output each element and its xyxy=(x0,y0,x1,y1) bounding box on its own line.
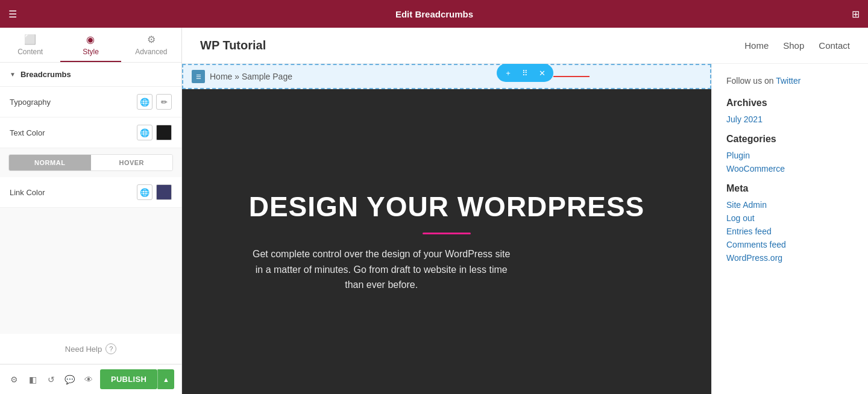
breadcrumb-text: Home » Sample Page xyxy=(210,72,292,81)
category-plugin-link[interactable]: Plugin xyxy=(726,151,854,160)
hero-divider xyxy=(423,233,471,234)
categories-title: Categories xyxy=(726,134,854,145)
hamburger-icon[interactable]: ☰ xyxy=(8,8,17,20)
canvas-area: WP Tutorial Home Shop Contact + ⠿ ✕ ☰ Ho… xyxy=(182,28,868,394)
link-color-controls: 🌐 xyxy=(137,184,172,200)
left-panel: ⬜ Content ◉ Style ⚙ Advanced ▼ Breadcrum… xyxy=(0,28,182,394)
publish-arrow-button[interactable]: ▲ xyxy=(157,369,174,389)
widget-toolbar: + ⠿ ✕ xyxy=(497,64,553,82)
text-color-controls: 🌐 xyxy=(137,125,172,140)
text-color-row: Text Color 🌐 xyxy=(0,117,181,148)
widget-add-btn[interactable]: + xyxy=(502,66,515,80)
typography-controls: 🌐 ✏ xyxy=(137,94,172,110)
publish-group: PUBLISH ▲ xyxy=(100,369,174,389)
text-color-global-btn[interactable]: 🌐 xyxy=(137,125,153,140)
nav-home[interactable]: Home xyxy=(744,40,769,51)
meta-log-out-link[interactable]: Log out xyxy=(726,213,854,223)
link-color-label: Link Color xyxy=(10,188,45,197)
link-color-row: Link Color 🌐 xyxy=(0,177,181,208)
advanced-tab-icon: ⚙ xyxy=(147,34,156,45)
settings-icon[interactable]: ⚙ xyxy=(7,371,21,388)
style-tab-icon: ◉ xyxy=(86,34,95,45)
meta-entries-feed-link[interactable]: Entries feed xyxy=(726,227,854,236)
content-tab-icon: ⬜ xyxy=(24,34,36,45)
breadcrumb-arrow-indicator xyxy=(547,73,590,80)
hero-description: Get complete control over the design of … xyxy=(249,246,514,293)
help-icon: ? xyxy=(105,343,116,354)
breadcrumbs-section-header[interactable]: ▼ Breadcrumbs xyxy=(0,63,181,87)
hero-title: DESIGN YOUR WORDPRESS xyxy=(249,190,645,223)
link-color-swatch[interactable] xyxy=(156,184,172,200)
section-title: Breadcrumbs xyxy=(20,70,71,79)
category-woocommerce-link[interactable]: WooCommerce xyxy=(726,164,854,174)
tab-advanced-label: Advanced xyxy=(135,48,167,56)
publish-button[interactable]: PUBLISH xyxy=(100,369,157,389)
follow-text: Follow us on xyxy=(726,76,774,86)
editor-title: Edit Breadcrumbs xyxy=(17,9,852,19)
main-content-area: ☰ Home » Sample Page DESIGN YOUR WORDPRE… xyxy=(182,64,711,394)
hover-toggle[interactable]: HOVER xyxy=(91,155,173,170)
site-header: WP Tutorial Home Shop Contact xyxy=(182,28,868,64)
main-layout: ⬜ Content ◉ Style ⚙ Advanced ▼ Breadcrum… xyxy=(0,28,868,394)
archives-title: Archives xyxy=(726,98,854,108)
hero-section: DESIGN YOUR WORDPRESS Get complete contr… xyxy=(182,89,711,394)
text-color-label: Text Color xyxy=(10,128,45,137)
site-nav: Home Shop Contact xyxy=(744,40,850,51)
typography-edit-btn[interactable]: ✏ xyxy=(156,94,172,110)
normal-toggle[interactable]: NORMAL xyxy=(9,155,91,170)
nav-shop[interactable]: Shop xyxy=(783,40,804,51)
tab-style-label: Style xyxy=(83,48,99,56)
history-icon[interactable]: ↺ xyxy=(45,371,58,388)
eye-icon[interactable]: 👁 xyxy=(81,371,95,388)
archives-july-2021-link[interactable]: July 2021 xyxy=(726,114,854,124)
arrow-line xyxy=(553,76,590,77)
tab-advanced[interactable]: ⚙ Advanced xyxy=(121,28,181,62)
meta-title: Meta xyxy=(726,183,854,194)
meta-wordpress-org-link[interactable]: WordPress.org xyxy=(726,253,854,263)
link-color-global-btn[interactable]: 🌐 xyxy=(137,184,153,200)
site-title: WP Tutorial xyxy=(200,39,266,52)
typography-label: Typography xyxy=(10,98,51,107)
top-bar: ☰ Edit Breadcrumbs ⊞ xyxy=(0,0,868,28)
tab-style[interactable]: ◉ Style xyxy=(60,28,121,62)
comments-icon[interactable]: 💬 xyxy=(63,371,77,388)
tab-content-label: Content xyxy=(17,48,43,56)
need-help-label: Need Help xyxy=(65,345,102,354)
right-sidebar: Follow us on Twitter Archives July 2021 … xyxy=(711,64,868,394)
breadcrumb-bar[interactable]: ☰ Home » Sample Page xyxy=(182,64,711,89)
layers-icon[interactable]: ◧ xyxy=(26,371,40,388)
widget-close-btn[interactable]: ✕ xyxy=(535,66,549,80)
panel-content: ▼ Breadcrumbs Typography 🌐 ✏ Text Color … xyxy=(0,63,181,334)
widget-move-btn[interactable]: ⠿ xyxy=(518,66,532,80)
state-toggle: NORMAL HOVER xyxy=(8,154,173,171)
nav-contact[interactable]: Contact xyxy=(819,40,850,51)
sidebar-follow: Follow us on Twitter xyxy=(726,76,854,86)
tab-bar: ⬜ Content ◉ Style ⚙ Advanced xyxy=(0,28,181,63)
twitter-link[interactable]: Twitter xyxy=(776,76,800,86)
grid-icon[interactable]: ⊞ xyxy=(852,8,860,20)
typography-global-btn[interactable]: 🌐 xyxy=(137,94,153,110)
need-help[interactable]: Need Help ? xyxy=(0,334,181,364)
typography-row: Typography 🌐 ✏ xyxy=(0,87,181,117)
meta-comments-feed-link[interactable]: Comments feed xyxy=(726,240,854,249)
breadcrumb-handle-icon: ☰ xyxy=(192,70,205,83)
hero-content: DESIGN YOUR WORDPRESS Get complete contr… xyxy=(249,190,645,293)
bottom-bar: ⚙ ◧ ↺ 💬 👁 PUBLISH ▲ xyxy=(0,364,181,394)
tab-content[interactable]: ⬜ Content xyxy=(0,28,60,62)
canvas-content: ☰ Home » Sample Page DESIGN YOUR WORDPRE… xyxy=(182,64,868,394)
meta-site-admin-link[interactable]: Site Admin xyxy=(726,200,854,210)
text-color-swatch[interactable] xyxy=(156,125,172,140)
chevron-down-icon: ▼ xyxy=(10,71,16,78)
